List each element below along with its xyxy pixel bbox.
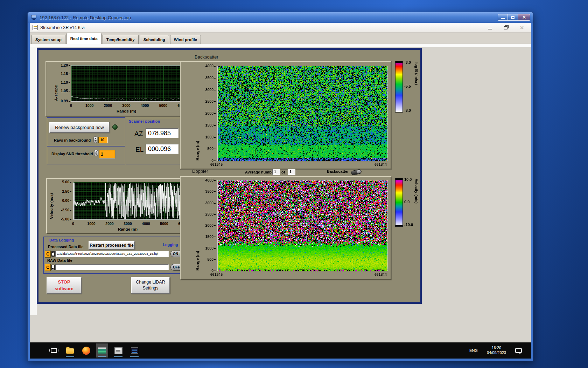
backscatter-toggle-label: Backscatter — [327, 169, 349, 173]
doppler-section-title: Doppler — [192, 169, 208, 174]
processed-path-field[interactable]: C:\Lidar\Data\Proc\2023\202309\20230904\… — [55, 251, 169, 257]
task-view-button[interactable] — [48, 343, 60, 357]
backscatter-colorbar-label: log B (/m/sr) — [414, 62, 419, 111]
y-tick-label: 2000 — [205, 223, 216, 227]
raw-drive-selector[interactable]: C — [45, 264, 51, 271]
velocity-x-ticks: 0100020003000400050006000 — [73, 222, 182, 226]
doppler-heatmap-canvas — [218, 180, 387, 271]
x-tick-label: 3000 — [124, 222, 132, 226]
backscatter-x-end-label: 661844 — [374, 162, 387, 166]
rdp-minimize-button[interactable] — [498, 14, 508, 21]
streamline-app-icon — [98, 347, 106, 354]
average-count-field[interactable]: 1 — [288, 169, 295, 175]
backscatter-graph-frame: Range (m) 400035003000250020001500100050… — [180, 61, 391, 169]
file-explorer-button[interactable] — [64, 343, 76, 357]
task-view-icon — [51, 348, 57, 353]
change-lidar-settings-button[interactable]: Change LiDARSettings — [131, 277, 170, 294]
ascope-plot-canvas — [71, 66, 182, 101]
logging-label: Logging — [163, 243, 178, 247]
taskbar-clock[interactable]: 16:20 04/09/2023 — [483, 346, 510, 355]
vi-file-icon — [33, 25, 38, 30]
tab-strip: System setup Real time data Temp/humidit… — [30, 33, 531, 44]
snr-value-field[interactable]: 1 — [99, 150, 115, 158]
y-tick-label: 500 — [207, 257, 216, 261]
backscatter-display-toggle[interactable] — [351, 169, 362, 176]
doppler-colorbar — [395, 178, 403, 227]
remote-desktop: StreamLine XR v14-6.vi ✕ System setup Re… — [30, 23, 531, 359]
rays-spinner[interactable] — [93, 136, 97, 143]
tab-real-time-data[interactable]: Real time data — [66, 33, 102, 44]
browse-icon[interactable] — [51, 251, 55, 257]
app-close-button[interactable]: ✕ — [519, 25, 525, 30]
raw-path-field[interactable] — [55, 264, 169, 270]
minimize-icon — [488, 29, 492, 29]
rdp-maximize-button[interactable] — [508, 14, 518, 21]
app-minimize-button[interactable] — [487, 25, 492, 30]
renew-background-button[interactable]: Renew background now — [49, 122, 110, 133]
close-icon: ✕ — [520, 25, 524, 30]
tab-system-setup[interactable]: System setup — [31, 35, 65, 44]
y-tick-label: 1.20 — [61, 63, 70, 67]
velocity-plot-canvas — [74, 182, 183, 219]
x-tick-label: 3000 — [122, 103, 130, 108]
app-titlebar[interactable]: StreamLine XR v14-6.vi ✕ — [30, 23, 531, 33]
y-tick-label: 3000 — [205, 201, 216, 205]
x-tick-label: 5000 — [160, 222, 168, 226]
snr-threshold-box: Display SNR threshold 1 — [47, 146, 125, 164]
firefox-button[interactable] — [80, 343, 92, 357]
taskbar: ENG 16:20 04/09/2023 — [30, 342, 531, 359]
doppler-x-end-label: 661844 — [374, 272, 387, 277]
restart-processed-file-button[interactable]: Restart processed file — [89, 241, 135, 250]
app-restore-button[interactable] — [503, 25, 509, 30]
browse-icon[interactable] — [51, 265, 55, 270]
streamline-app-button[interactable] — [96, 343, 108, 357]
y-tick-label: 500 — [207, 146, 216, 151]
y-tick-label: 3500 — [205, 76, 216, 80]
terminal-app-icon — [131, 347, 138, 354]
y-tick-label: 1500 — [205, 123, 216, 127]
colorbar-tick: 0.0 — [404, 200, 410, 204]
y-tick-label: 1000 — [205, 246, 216, 250]
y-tick-label: 0.99 — [61, 99, 70, 103]
az-label: AZ — [134, 130, 143, 138]
language-indicator[interactable]: ENG — [464, 348, 483, 353]
colorbar-bottom-cap — [396, 111, 402, 112]
x-tick-label: 0 — [72, 222, 74, 226]
y-tick-label: 0.00 — [62, 198, 71, 203]
velocity-plot — [73, 182, 183, 220]
rays-value-field[interactable]: 10 — [98, 137, 108, 143]
tab-temp-humidity[interactable]: Temp/humidity — [103, 35, 139, 44]
snr-spinner[interactable] — [94, 150, 98, 156]
colorbar-tick: -8.0 — [404, 108, 411, 113]
backscatter-section-title: Backscatter — [195, 54, 218, 60]
average-number-field[interactable]: 1 — [272, 169, 280, 175]
scan-scheduler-icon — [114, 347, 122, 354]
raw-data-file-label: RAW Data file — [47, 258, 72, 263]
x-tick-label: 2000 — [105, 222, 113, 226]
colorbar-tick: -3.0 — [404, 60, 411, 64]
scan-scheduler-button[interactable] — [112, 343, 124, 357]
backscatter-y-axis-label: Range (m) — [195, 66, 200, 161]
stop-software-button[interactable]: STOPsoftware — [47, 277, 82, 294]
rdp-close-button[interactable]: ✕ — [518, 14, 530, 21]
x-tick-label: 1000 — [87, 222, 95, 226]
processed-drive-selector[interactable]: C — [45, 251, 51, 258]
scanner-position-legend: Scanner position — [129, 119, 160, 123]
app-title: StreamLine XR v14-6.vi — [40, 25, 85, 30]
rdp-window: 192.168.0.122 - Remote Desktop Connectio… — [27, 12, 533, 361]
az-value-field: 078.985 — [146, 128, 178, 138]
tab-scheduling[interactable]: Scheduling — [140, 35, 169, 44]
doppler-y-ticks: 40003500300025002000150010005000 — [202, 180, 216, 271]
tab-wind-profile[interactable]: Wind profile — [170, 35, 201, 44]
y-tick-label: 3000 — [205, 88, 216, 92]
colorbar-tick: -10.0 — [404, 223, 413, 227]
rays-in-background-label: Rays in background — [54, 138, 91, 142]
app-client-area: A-scope 1.201.151.101.050.99 01000200030… — [30, 47, 531, 342]
rdp-titlebar[interactable]: 192.168.0.122 - Remote Desktop Connectio… — [28, 12, 533, 23]
y-tick-label: 5.00 — [62, 180, 71, 184]
y-tick-label: 2000 — [205, 111, 216, 115]
system-tray: ENG 16:20 04/09/2023 — [464, 342, 531, 359]
action-center-icon[interactable] — [515, 348, 522, 353]
terminal-app-button[interactable] — [128, 343, 140, 357]
renew-background-led — [112, 124, 118, 130]
